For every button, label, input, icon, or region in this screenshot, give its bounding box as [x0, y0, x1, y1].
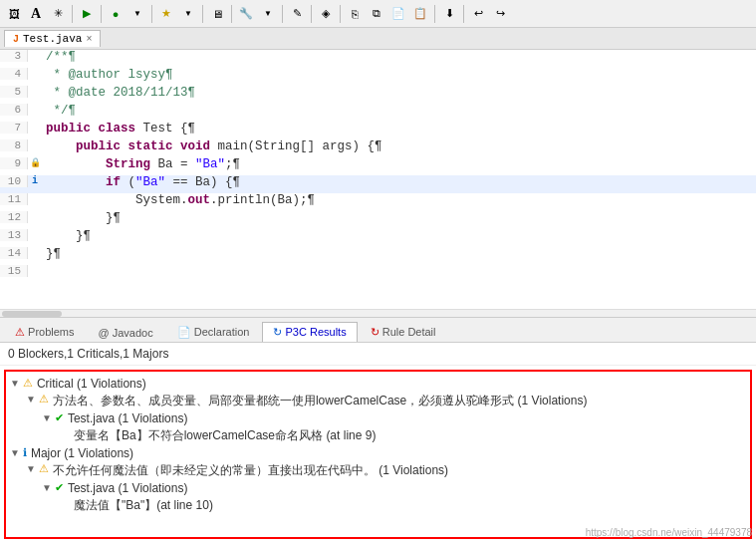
sep6 — [282, 5, 283, 23]
main-container: 🖼 A ✳ ▶ ● ▼ ★ ▼ 🖥 🔧 ▼ ✎ ◈ ⎘ ⧉ 📄 📋 ⬇ ↩ ↪ … — [0, 0, 756, 542]
magic-arrow: ▼ — [26, 463, 36, 474]
pencil-icon-btn[interactable]: ✎ — [287, 4, 307, 24]
code-line-8: 8 public static void main(String[] args)… — [0, 139, 756, 157]
line-content-13: }¶ — [42, 229, 91, 243]
sep9 — [434, 5, 435, 23]
code-line-4: 4 * @author lsysy¶ — [0, 68, 756, 86]
testjava1-arrow: ▼ — [42, 412, 52, 423]
tab-rule-detail[interactable]: ↻ Rule Detail — [360, 322, 447, 342]
code-line-6: 6 */¶ — [0, 104, 756, 122]
toolbar: 🖼 A ✳ ▶ ● ▼ ★ ▼ 🖥 🔧 ▼ ✎ ◈ ⎘ ⧉ 📄 📋 ⬇ ↩ ↪ — [0, 0, 756, 28]
code-line-10: 10 i if ("Ba" == Ba) {¶ — [0, 175, 756, 193]
tab-declaration[interactable]: 📄 Declaration — [166, 322, 261, 342]
sep4 — [202, 5, 203, 23]
critical-label: Critical (1 Violations) — [37, 377, 746, 391]
line-num-8: 8 — [0, 139, 28, 151]
dropdown3-btn[interactable]: ▼ — [258, 4, 278, 24]
camelcase-rule-label: 方法名、参数名、成员变量、局部变量都统一使用lowerCamelCase，必须遵… — [53, 393, 746, 409]
testjava1-label: Test.java (1 Violations) — [68, 411, 746, 425]
dropdown2-btn[interactable]: ▼ — [178, 4, 198, 24]
line-content-7: public class Test {¶ — [42, 122, 195, 136]
line-content-5: * @date 2018/11/13¶ — [42, 86, 195, 100]
code-line-9: 9 🔒 String Ba = "Ba";¶ — [0, 157, 756, 175]
results-summary: 0 Blockers,1 Criticals,1 Majors — [8, 347, 168, 361]
monitor-icon-btn[interactable]: 🖥 — [207, 4, 227, 24]
line-num-10: 10 — [0, 175, 28, 187]
back-icon-btn[interactable]: ↩ — [468, 4, 488, 24]
copy2-icon-btn[interactable]: ⧉ — [367, 4, 386, 24]
tree-item-testjava-1[interactable]: ▼ ✔ Test.java (1 Violations) — [10, 410, 746, 426]
code-line-5: 5 * @date 2018/11/13¶ — [0, 86, 756, 104]
line-num-12: 12 — [0, 211, 28, 223]
copy-icon-btn[interactable]: ⎘ — [345, 4, 365, 24]
filter-icon-btn[interactable]: ◈ — [316, 4, 336, 24]
sep8 — [340, 5, 341, 23]
code-line-13: 13 }¶ — [0, 229, 756, 247]
tree-item-testjava-2[interactable]: ▼ ✔ Test.java (1 Violations) — [10, 480, 746, 496]
code-editor: 3 /**¶ 4 * @author lsysy¶ 5 * @date 2018… — [0, 50, 756, 309]
line-num-7: 7 — [0, 122, 28, 134]
rule-icon: ↻ — [371, 326, 379, 338]
sep3 — [151, 5, 152, 23]
sep10 — [463, 5, 464, 23]
line-num-14: 14 — [0, 247, 28, 259]
tree-item-violation-2[interactable]: 魔法值【"Ba"】(at line 10) — [10, 496, 746, 515]
doc-icon-btn[interactable]: 📄 — [388, 4, 408, 24]
critical-arrow: ▼ — [10, 378, 20, 389]
major-info-icon: ℹ — [23, 446, 27, 459]
watermark: https://blog.csdn.ne/weixin_44479378 — [586, 527, 752, 538]
p3c-icon: ↻ — [273, 326, 282, 338]
tab-javadoc[interactable]: @ Javadoc — [88, 323, 164, 342]
line-content-11: System.out.println(Ba);¶ — [42, 193, 315, 207]
line-num-13: 13 — [0, 229, 28, 241]
testjava2-arrow: ▼ — [42, 482, 52, 493]
play-icon-btn[interactable]: ▶ — [77, 4, 97, 24]
tree-item-camelcase-rule[interactable]: ▼ ⚠ 方法名、参数名、成员变量、局部变量都统一使用lowerCamelCase… — [10, 392, 746, 410]
tree-item-critical[interactable]: ▼ ⚠ Critical (1 Violations) — [10, 376, 746, 392]
testjava1-ok-icon: ✔ — [55, 411, 64, 424]
close-tab-icon[interactable]: × — [86, 34, 92, 45]
line-content-14: }¶ — [42, 247, 61, 261]
violation1-text: 变量名【Ba】不符合lowerCamelCase命名风格 (at line 9) — [74, 427, 746, 444]
file-tab-testjava[interactable]: J Test.java × — [4, 30, 101, 47]
line-content-9: String Ba = "Ba";¶ — [42, 157, 240, 171]
sep5 — [231, 5, 232, 23]
line-marker-9: 🔒 — [28, 157, 42, 168]
testjava2-label: Test.java (1 Violations) — [68, 481, 746, 495]
doc2-icon-btn[interactable]: 📋 — [410, 4, 430, 24]
tree-item-violation-1[interactable]: 变量名【Ba】不符合lowerCamelCase命名风格 (at line 9) — [10, 426, 746, 445]
font-icon-btn[interactable]: A — [26, 4, 46, 24]
code-line-15: 15 — [0, 265, 756, 283]
bottom-panel: ⚠ Problems @ Javadoc 📄 Declaration ↻ P3C… — [0, 317, 756, 542]
file-tab-label: Test.java — [23, 33, 82, 45]
code-line-3: 3 /**¶ — [0, 50, 756, 68]
sep2 — [101, 5, 102, 23]
line-num-5: 5 — [0, 86, 28, 98]
tree-item-magic-rule[interactable]: ▼ ⚠ 不允许任何魔法值（即未经定义的常量）直接出现在代码中。 (1 Viola… — [10, 461, 746, 480]
file-tab-bar: J Test.java × — [0, 28, 756, 50]
editor-scrollbar[interactable] — [0, 309, 756, 317]
dropdown1-btn[interactable]: ▼ — [127, 4, 147, 24]
asterisk-icon-btn[interactable]: ✳ — [48, 4, 68, 24]
forward-icon-btn[interactable]: ↪ — [490, 4, 510, 24]
results-header: 0 Blockers,1 Criticals,1 Majors — [0, 343, 756, 366]
line-marker-10: i — [28, 175, 42, 186]
code-line-7: 7 public class Test {¶ — [0, 122, 756, 139]
down-icon-btn[interactable]: ⬇ — [439, 4, 459, 24]
line-content-4: * @author lsysy¶ — [42, 68, 173, 82]
star-icon-btn[interactable]: ★ — [156, 4, 176, 24]
tree-item-major[interactable]: ▼ ℹ Major (1 Violations) — [10, 445, 746, 461]
line-num-11: 11 — [0, 193, 28, 205]
code-line-14: 14 }¶ — [0, 247, 756, 265]
camelcase-arrow: ▼ — [26, 394, 36, 405]
magic-warn-icon: ⚠ — [39, 462, 49, 475]
problems-icon: ⚠ — [15, 326, 25, 338]
tab-problems[interactable]: ⚠ Problems — [4, 322, 86, 342]
image-icon-btn[interactable]: 🖼 — [4, 4, 24, 24]
line-num-6: 6 — [0, 104, 28, 116]
tools-icon-btn[interactable]: 🔧 — [236, 4, 256, 24]
magic-rule-label: 不允许任何魔法值（即未经定义的常量）直接出现在代码中。 (1 Violation… — [53, 462, 746, 479]
dot-icon-btn[interactable]: ● — [106, 4, 126, 24]
panel-tabs: ⚠ Problems @ Javadoc 📄 Declaration ↻ P3C… — [0, 317, 756, 343]
tab-p3c-results[interactable]: ↻ P3C Results — [262, 322, 357, 342]
